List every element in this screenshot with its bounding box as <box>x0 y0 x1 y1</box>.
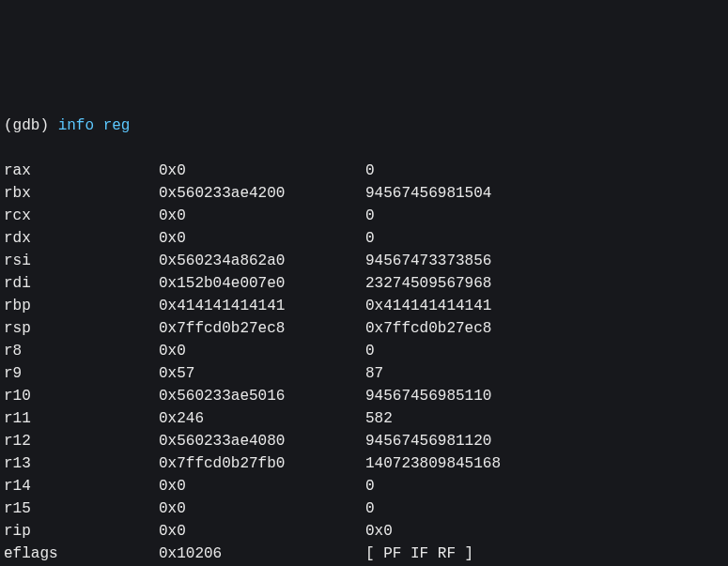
register-dec: 94567456985110 <box>365 385 491 407</box>
register-dec: 0 <box>365 497 375 520</box>
register-name: r15 <box>4 497 159 520</box>
terminal-output[interactable]: (gdb) info reg rax0x00rbx0x560233ae42009… <box>4 92 724 566</box>
register-name: rax <box>4 160 159 182</box>
register-name: eflags <box>4 543 159 565</box>
register-hex: 0x560233ae4080 <box>159 430 365 452</box>
register-dec: 87 <box>365 362 383 385</box>
register-hex: 0x560233ae5016 <box>159 385 365 407</box>
register-hex: 0x0 <box>159 340 365 362</box>
register-hex: 0x152b04e007e0 <box>159 272 365 295</box>
register-row: eflags0x10206[ PF IF RF ] <box>4 543 724 565</box>
register-row: rdx0x00 <box>4 227 724 250</box>
register-row: r150x00 <box>4 497 724 520</box>
register-hex: 0x246 <box>159 407 365 430</box>
prompt-open: ( <box>4 117 13 134</box>
register-dec: 0 <box>365 475 375 497</box>
register-dec: 94567456981504 <box>365 182 491 205</box>
register-hex: 0x7ffcd0b27ec8 <box>159 317 365 340</box>
register-name: rcx <box>4 205 159 227</box>
prompt-line: (gdb) info reg <box>4 115 724 137</box>
register-hex: 0x0 <box>159 227 365 250</box>
register-dec: 140723809845168 <box>365 452 501 475</box>
prompt-gdb: gdb <box>13 117 40 134</box>
register-dec: 94567473373856 <box>365 250 491 272</box>
register-row: rsp0x7ffcd0b27ec80x7ffcd0b27ec8 <box>4 317 724 340</box>
register-dec: 0 <box>365 340 375 362</box>
register-list: rax0x00rbx0x560233ae420094567456981504rc… <box>4 160 724 566</box>
register-row: rbp0x4141414141410x414141414141 <box>4 295 724 317</box>
register-name: r8 <box>4 340 159 362</box>
register-row: rsi0x560234a862a094567473373856 <box>4 250 724 272</box>
register-hex: 0x0 <box>159 160 365 182</box>
register-row: r140x00 <box>4 475 724 497</box>
register-hex: 0x0 <box>159 520 365 543</box>
register-name: rsi <box>4 250 159 272</box>
register-row: rbx0x560233ae420094567456981504 <box>4 182 724 205</box>
register-name: rdx <box>4 227 159 250</box>
register-hex: 0x7ffcd0b27fb0 <box>159 452 365 475</box>
register-name: r13 <box>4 452 159 475</box>
register-row: r90x5787 <box>4 362 724 385</box>
register-row: r110x246582 <box>4 407 724 430</box>
register-row: rax0x00 <box>4 160 724 182</box>
register-name: rbp <box>4 295 159 317</box>
register-name: rsp <box>4 317 159 340</box>
register-hex: 0x560233ae4200 <box>159 182 365 205</box>
register-dec: 0 <box>365 205 375 227</box>
register-name: r14 <box>4 475 159 497</box>
register-dec: 0x7ffcd0b27ec8 <box>365 317 491 340</box>
register-hex: 0x10206 <box>159 543 365 565</box>
register-dec: 94567456981120 <box>365 430 491 452</box>
register-row: r80x00 <box>4 340 724 362</box>
register-dec: 0 <box>365 227 375 250</box>
register-name: rip <box>4 520 159 543</box>
register-name: r9 <box>4 362 159 385</box>
register-name: rdi <box>4 272 159 295</box>
register-dec: [ PF IF RF ] <box>365 543 473 565</box>
register-name: r11 <box>4 407 159 430</box>
prompt-close: ) <box>39 117 49 134</box>
register-dec: 0x414141414141 <box>365 295 491 317</box>
register-hex: 0x560234a862a0 <box>159 250 365 272</box>
register-dec: 23274509567968 <box>365 272 491 295</box>
register-dec: 0x0 <box>365 520 393 543</box>
register-hex: 0x57 <box>159 362 365 385</box>
register-row: r120x560233ae408094567456981120 <box>4 430 724 452</box>
register-row: rcx0x00 <box>4 205 724 227</box>
register-row: r100x560233ae501694567456985110 <box>4 385 724 407</box>
register-dec: 582 <box>365 407 393 430</box>
register-hex: 0x0 <box>159 475 365 497</box>
register-hex: 0x0 <box>159 205 365 227</box>
register-name: rbx <box>4 182 159 205</box>
register-row: rdi0x152b04e007e023274509567968 <box>4 272 724 295</box>
register-name: r10 <box>4 385 159 407</box>
register-hex: 0x0 <box>159 497 365 520</box>
command-text: info reg <box>58 117 131 134</box>
register-dec: 0 <box>365 160 375 182</box>
register-row: rip0x00x0 <box>4 520 724 543</box>
register-hex: 0x414141414141 <box>159 295 365 317</box>
register-name: r12 <box>4 430 159 452</box>
register-row: r130x7ffcd0b27fb0140723809845168 <box>4 452 724 475</box>
